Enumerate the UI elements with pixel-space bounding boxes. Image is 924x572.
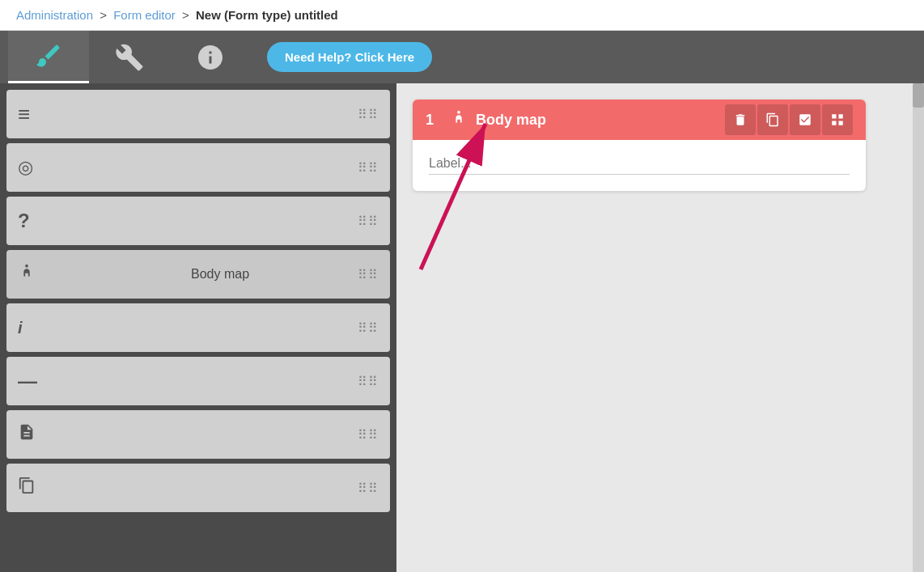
divider-icon: — (18, 370, 358, 392)
scrollbar-thumb[interactable] (913, 83, 924, 108)
sidebar: ≡ ⠿⠿ ◎ ⠿⠿ ? ⠿⠿ Body map ⠿⠿ i ⠿⠿ (0, 83, 396, 572)
document-icon (18, 423, 358, 446)
breadcrumb: Administration > Form editor > New (Form… (0, 0, 924, 31)
menu-icon: ≡ (18, 102, 358, 127)
scrollbar-track[interactable] (913, 83, 924, 572)
label-input[interactable] (429, 153, 850, 175)
check-button[interactable] (790, 104, 820, 135)
content-area: 1 Body map (396, 83, 924, 572)
sidebar-item-bodymap[interactable]: Body map ⠿⠿ (6, 250, 390, 299)
sidebar-item-menu[interactable]: ≡ ⠿⠿ (6, 90, 390, 138)
info-small-icon: i (18, 319, 358, 337)
form-card-number: 1 (426, 112, 442, 129)
tab-design[interactable] (8, 31, 89, 83)
brush-icon (34, 41, 63, 70)
delete-button[interactable] (725, 104, 756, 135)
form-card-person-icon (450, 109, 468, 131)
radio-icon: ◎ (18, 157, 358, 178)
grid-button[interactable] (822, 104, 853, 135)
question-icon: ? (18, 210, 358, 232)
breadcrumb-form-editor-link[interactable]: Form editor (113, 8, 176, 22)
trash-icon (733, 112, 748, 127)
drag-handle: ⠿⠿ (358, 374, 379, 389)
main-layout: ≡ ⠿⠿ ◎ ⠿⠿ ? ⠿⠿ Body map ⠿⠿ i ⠿⠿ (0, 83, 924, 572)
person-icon (18, 263, 184, 286)
sidebar-item-info[interactable]: i ⠿⠿ (6, 303, 390, 352)
grid-icon (830, 112, 845, 127)
breadcrumb-admin-link[interactable]: Administration (16, 8, 93, 22)
drag-handle: ⠿⠿ (358, 481, 379, 496)
form-card-body (413, 140, 866, 191)
help-button[interactable]: Need Help? Click Here (267, 42, 432, 72)
form-card-header: 1 Body map (413, 100, 866, 140)
sidebar-item-copy[interactable]: ⠿⠿ (6, 464, 390, 512)
breadcrumb-sep2: > (182, 8, 189, 22)
form-card: 1 Body map (413, 100, 866, 191)
breadcrumb-sep1: > (100, 8, 107, 22)
sidebar-item-bodymap-label: Body map (191, 267, 358, 282)
drag-handle: ⠿⠿ (358, 214, 379, 229)
drag-handle: ⠿⠿ (358, 320, 379, 336)
form-card-actions (725, 104, 853, 135)
sidebar-item-radio[interactable]: ◎ ⠿⠿ (6, 143, 390, 192)
breadcrumb-current: New (Form type) untitled (196, 8, 338, 22)
info-icon (196, 43, 225, 72)
sidebar-item-divider[interactable]: — ⠿⠿ (6, 357, 390, 405)
drag-handle: ⠿⠿ (358, 267, 379, 282)
sidebar-item-question[interactable]: ? ⠿⠿ (6, 197, 390, 245)
drag-handle: ⠿⠿ (358, 427, 379, 443)
check-icon (798, 112, 812, 127)
wrench-icon (115, 43, 144, 72)
copy-action-icon (765, 112, 780, 127)
form-card-title: Body map (476, 112, 717, 129)
drag-handle: ⠿⠿ (358, 107, 379, 122)
drag-handle: ⠿⠿ (358, 160, 379, 176)
sidebar-item-document[interactable]: ⠿⠿ (6, 410, 390, 459)
copy-icon (18, 477, 358, 499)
tab-settings[interactable] (89, 31, 170, 83)
copy-button[interactable] (757, 104, 788, 135)
toolbar: Need Help? Click Here (0, 31, 924, 83)
tab-info[interactable] (170, 31, 251, 83)
